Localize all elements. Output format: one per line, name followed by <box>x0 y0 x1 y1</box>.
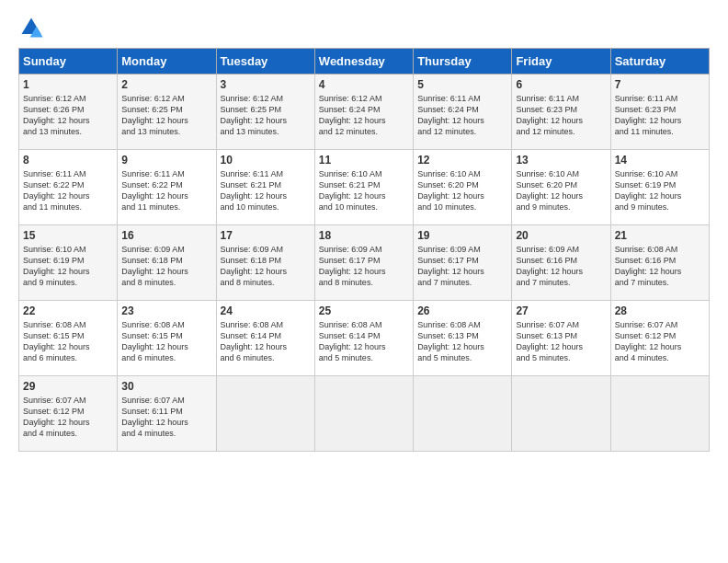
day-info: Sunrise: 6:12 AM Sunset: 6:25 PM Dayligh… <box>221 93 311 138</box>
day-cell: 21Sunrise: 6:08 AM Sunset: 6:16 PM Dayli… <box>610 225 709 301</box>
day-cell: 14Sunrise: 6:10 AM Sunset: 6:19 PM Dayli… <box>610 150 709 225</box>
logo-icon <box>18 15 44 40</box>
day-cell: 19Sunrise: 6:09 AM Sunset: 6:17 PM Dayli… <box>414 225 512 301</box>
day-cell: 24Sunrise: 6:08 AM Sunset: 6:14 PM Dayli… <box>216 301 314 376</box>
day-cell: 20Sunrise: 6:09 AM Sunset: 6:16 PM Dayli… <box>512 225 610 301</box>
header-cell-sunday: Sunday <box>19 49 118 75</box>
header-cell-thursday: Thursday <box>414 49 512 75</box>
week-row-4: 22Sunrise: 6:08 AM Sunset: 6:15 PM Dayli… <box>19 301 710 376</box>
day-cell: 15Sunrise: 6:10 AM Sunset: 6:19 PM Dayli… <box>19 225 118 301</box>
logo <box>18 15 48 40</box>
header-row: SundayMondayTuesdayWednesdayThursdayFrid… <box>19 49 710 75</box>
day-cell: 4Sunrise: 6:12 AM Sunset: 6:24 PM Daylig… <box>314 75 413 150</box>
day-info: Sunrise: 6:10 AM Sunset: 6:20 PM Dayligh… <box>516 168 606 213</box>
day-cell: 13Sunrise: 6:10 AM Sunset: 6:20 PM Dayli… <box>512 150 610 225</box>
week-row-2: 8Sunrise: 6:11 AM Sunset: 6:22 PM Daylig… <box>19 150 710 225</box>
day-info: Sunrise: 6:11 AM Sunset: 6:24 PM Dayligh… <box>417 93 507 138</box>
day-info: Sunrise: 6:07 AM Sunset: 6:12 PM Dayligh… <box>23 395 113 440</box>
day-info: Sunrise: 6:08 AM Sunset: 6:14 PM Dayligh… <box>319 319 409 364</box>
day-info: Sunrise: 6:12 AM Sunset: 6:24 PM Dayligh… <box>319 93 409 138</box>
day-info: Sunrise: 6:12 AM Sunset: 6:25 PM Dayligh… <box>121 93 211 138</box>
day-number: 19 <box>417 229 507 242</box>
day-number: 21 <box>615 229 705 242</box>
day-info: Sunrise: 6:09 AM Sunset: 6:18 PM Dayligh… <box>221 244 311 289</box>
header-cell-saturday: Saturday <box>610 49 709 75</box>
day-cell: 1Sunrise: 6:12 AM Sunset: 6:26 PM Daylig… <box>19 75 118 150</box>
day-info: Sunrise: 6:09 AM Sunset: 6:16 PM Dayligh… <box>516 244 606 289</box>
day-info: Sunrise: 6:07 AM Sunset: 6:12 PM Dayligh… <box>615 319 705 364</box>
day-number: 20 <box>516 229 606 242</box>
day-number: 26 <box>417 304 507 317</box>
day-cell <box>216 376 314 452</box>
day-number: 17 <box>221 229 311 242</box>
day-info: Sunrise: 6:09 AM Sunset: 6:17 PM Dayligh… <box>319 244 409 289</box>
day-number: 10 <box>221 154 311 167</box>
header <box>18 15 710 40</box>
week-row-3: 15Sunrise: 6:10 AM Sunset: 6:19 PM Dayli… <box>19 225 710 301</box>
day-info: Sunrise: 6:11 AM Sunset: 6:23 PM Dayligh… <box>516 93 606 138</box>
day-number: 24 <box>221 304 311 317</box>
day-cell: 29Sunrise: 6:07 AM Sunset: 6:12 PM Dayli… <box>19 376 118 452</box>
day-number: 29 <box>23 380 113 393</box>
day-info: Sunrise: 6:08 AM Sunset: 6:15 PM Dayligh… <box>23 319 113 364</box>
day-info: Sunrise: 6:10 AM Sunset: 6:21 PM Dayligh… <box>319 168 409 213</box>
day-number: 25 <box>319 304 409 317</box>
day-cell <box>610 376 709 452</box>
day-info: Sunrise: 6:08 AM Sunset: 6:13 PM Dayligh… <box>417 319 507 364</box>
day-number: 18 <box>319 229 409 242</box>
day-info: Sunrise: 6:12 AM Sunset: 6:26 PM Dayligh… <box>23 93 113 138</box>
calendar-body: 1Sunrise: 6:12 AM Sunset: 6:26 PM Daylig… <box>19 75 710 452</box>
day-cell: 25Sunrise: 6:08 AM Sunset: 6:14 PM Dayli… <box>314 301 413 376</box>
day-cell: 5Sunrise: 6:11 AM Sunset: 6:24 PM Daylig… <box>414 75 512 150</box>
day-info: Sunrise: 6:09 AM Sunset: 6:18 PM Dayligh… <box>121 244 211 289</box>
day-info: Sunrise: 6:08 AM Sunset: 6:15 PM Dayligh… <box>121 319 211 364</box>
day-number: 2 <box>121 78 211 91</box>
day-info: Sunrise: 6:11 AM Sunset: 6:23 PM Dayligh… <box>615 93 705 138</box>
day-cell <box>512 376 610 452</box>
page-container: SundayMondayTuesdayWednesdayThursdayFrid… <box>0 0 728 461</box>
day-cell: 11Sunrise: 6:10 AM Sunset: 6:21 PM Dayli… <box>314 150 413 225</box>
day-number: 8 <box>23 154 113 167</box>
day-number: 6 <box>516 78 606 91</box>
day-cell: 10Sunrise: 6:11 AM Sunset: 6:21 PM Dayli… <box>216 150 314 225</box>
header-cell-wednesday: Wednesday <box>314 49 413 75</box>
day-info: Sunrise: 6:11 AM Sunset: 6:22 PM Dayligh… <box>23 168 113 213</box>
day-number: 27 <box>516 304 606 317</box>
day-cell: 18Sunrise: 6:09 AM Sunset: 6:17 PM Dayli… <box>314 225 413 301</box>
day-cell: 22Sunrise: 6:08 AM Sunset: 6:15 PM Dayli… <box>19 301 118 376</box>
day-number: 11 <box>319 154 409 167</box>
day-cell: 27Sunrise: 6:07 AM Sunset: 6:13 PM Dayli… <box>512 301 610 376</box>
day-info: Sunrise: 6:07 AM Sunset: 6:11 PM Dayligh… <box>121 395 211 440</box>
day-info: Sunrise: 6:07 AM Sunset: 6:13 PM Dayligh… <box>516 319 606 364</box>
day-cell: 9Sunrise: 6:11 AM Sunset: 6:22 PM Daylig… <box>118 150 216 225</box>
day-number: 3 <box>221 78 311 91</box>
day-number: 23 <box>121 304 211 317</box>
day-cell <box>314 376 413 452</box>
day-info: Sunrise: 6:10 AM Sunset: 6:19 PM Dayligh… <box>615 168 705 213</box>
day-number: 12 <box>417 154 507 167</box>
day-cell: 17Sunrise: 6:09 AM Sunset: 6:18 PM Dayli… <box>216 225 314 301</box>
day-cell: 16Sunrise: 6:09 AM Sunset: 6:18 PM Dayli… <box>118 225 216 301</box>
day-info: Sunrise: 6:10 AM Sunset: 6:20 PM Dayligh… <box>417 168 507 213</box>
day-info: Sunrise: 6:09 AM Sunset: 6:17 PM Dayligh… <box>417 244 507 289</box>
day-number: 13 <box>516 154 606 167</box>
day-number: 16 <box>121 229 211 242</box>
week-row-1: 1Sunrise: 6:12 AM Sunset: 6:26 PM Daylig… <box>19 75 710 150</box>
day-cell: 8Sunrise: 6:11 AM Sunset: 6:22 PM Daylig… <box>19 150 118 225</box>
day-number: 5 <box>417 78 507 91</box>
day-cell: 30Sunrise: 6:07 AM Sunset: 6:11 PM Dayli… <box>118 376 216 452</box>
day-number: 9 <box>121 154 211 167</box>
day-cell: 6Sunrise: 6:11 AM Sunset: 6:23 PM Daylig… <box>512 75 610 150</box>
day-number: 4 <box>319 78 409 91</box>
day-number: 7 <box>615 78 705 91</box>
day-info: Sunrise: 6:08 AM Sunset: 6:14 PM Dayligh… <box>221 319 311 364</box>
week-row-5: 29Sunrise: 6:07 AM Sunset: 6:12 PM Dayli… <box>19 376 710 452</box>
day-number: 15 <box>23 229 113 242</box>
day-number: 28 <box>615 304 705 317</box>
day-number: 1 <box>23 78 113 91</box>
day-cell: 3Sunrise: 6:12 AM Sunset: 6:25 PM Daylig… <box>216 75 314 150</box>
header-cell-monday: Monday <box>118 49 216 75</box>
day-number: 22 <box>23 304 113 317</box>
day-cell: 28Sunrise: 6:07 AM Sunset: 6:12 PM Dayli… <box>610 301 709 376</box>
header-cell-tuesday: Tuesday <box>216 49 314 75</box>
